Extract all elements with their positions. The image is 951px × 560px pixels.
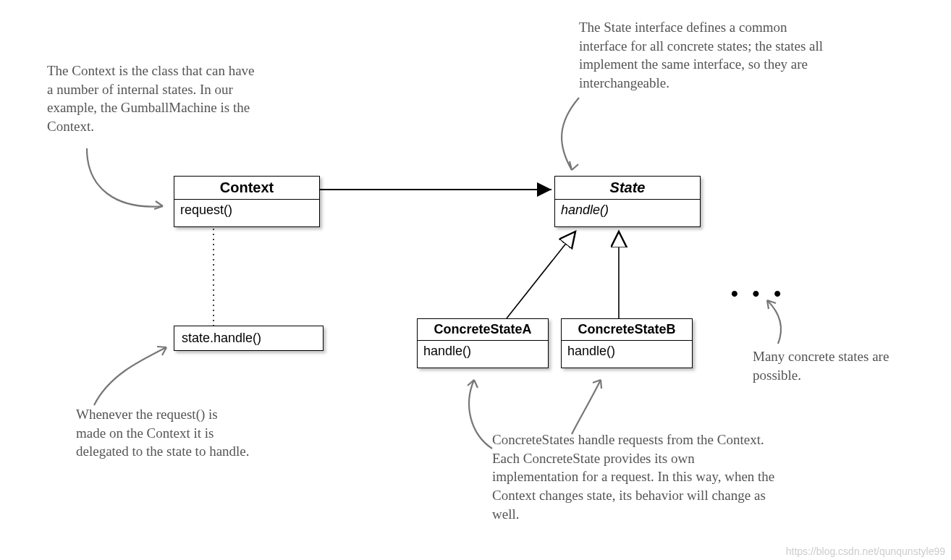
uml-class-concrete-a-method: handle() — [418, 341, 548, 368]
hand-arrow-context — [87, 148, 163, 207]
note-context: The Context is the class that can have a… — [47, 61, 257, 136]
uml-class-state-title: State — [555, 177, 700, 200]
note-state: The State interface defines a common int… — [579, 18, 825, 93]
gen-a-to-state — [507, 232, 575, 318]
uml-class-concrete-a-title: ConcreteStateA — [418, 319, 548, 341]
note-request: Whenever the request() is made on the Co… — [76, 405, 250, 461]
hand-arrow-state — [562, 98, 579, 170]
uml-class-context: Context request() — [174, 176, 320, 227]
uml-class-concrete-a: ConcreteStateA handle() — [417, 318, 549, 368]
note-concrete: ConcreteStates handle requests from the … — [492, 430, 782, 523]
delegate-note-box: state.handle() — [174, 326, 324, 351]
uml-class-concrete-b: ConcreteStateB handle() — [561, 318, 693, 368]
watermark-text: https://blog.csdn.net/qunqunstyle99 — [786, 546, 945, 557]
hand-arrow-request — [94, 347, 166, 405]
uml-class-state: State handle() — [554, 176, 701, 227]
hand-arrow-concrete-a — [469, 380, 492, 449]
hand-arrow-many — [767, 300, 781, 344]
ellipsis-icon: • • • — [731, 282, 785, 305]
note-many: Many concrete states are possible. — [753, 347, 897, 384]
uml-class-concrete-b-method: handle() — [562, 341, 692, 368]
uml-class-context-method: request() — [174, 200, 319, 226]
hand-arrow-concrete-b — [572, 380, 601, 434]
uml-class-concrete-b-title: ConcreteStateB — [562, 319, 692, 341]
uml-class-state-method: handle() — [555, 200, 700, 226]
uml-class-context-title: Context — [174, 177, 319, 200]
